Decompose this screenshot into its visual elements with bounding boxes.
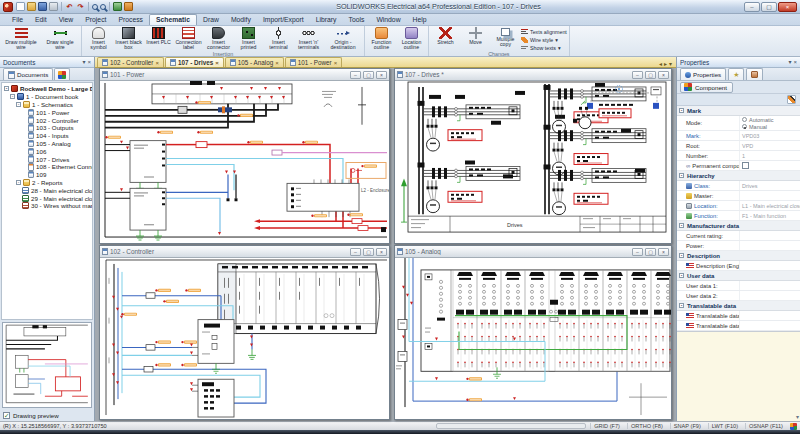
radio-automatic[interactable]: Automatic <box>742 117 773 123</box>
redo-icon[interactable]: ↷ <box>76 2 85 11</box>
location-outline-button[interactable]: Location outline <box>397 27 426 51</box>
close-tab-icon[interactable]: × <box>155 60 159 66</box>
function-value[interactable]: F1 - Main function <box>739 211 800 220</box>
minimize-button[interactable]: – <box>744 2 760 12</box>
section-description[interactable]: -Description <box>677 251 800 261</box>
insert-symbol-button[interactable]: Insert symbol <box>84 27 113 51</box>
wire-style-button[interactable]: Wire style▾ <box>521 36 567 43</box>
section-mark[interactable]: -Mark <box>677 106 800 116</box>
tree-item-106[interactable]: 106 <box>4 147 92 155</box>
child-minimize-button[interactable]: – <box>632 248 643 256</box>
edit-pencil-icon[interactable] <box>787 95 796 104</box>
scroll-down-icon[interactable]: ▾ <box>796 413 799 420</box>
child-window-titlebar[interactable]: 102 - Controller – ▢ × <box>100 246 389 258</box>
osnap-toggle[interactable]: OSNAP (F11) <box>745 423 786 429</box>
doc-tab-101-power[interactable]: 101 - Power× <box>285 57 342 67</box>
new-icon[interactable] <box>16 2 25 11</box>
mark-value[interactable]: VPD03 <box>739 131 800 140</box>
schematic-canvas-105-analog[interactable] <box>395 258 671 419</box>
tab-documents[interactable]: Documents <box>3 68 53 80</box>
panel-pin-icon[interactable]: ▾ <box>82 59 85 65</box>
child-close-button[interactable]: × <box>658 71 669 79</box>
connection-label-button[interactable]: Connection label <box>174 27 203 51</box>
tree-item-102-controller[interactable]: 102 - Controller <box>4 116 92 124</box>
origin-destination-arrows-button[interactable]: Origin - destination arrows <box>324 27 362 51</box>
menu-process[interactable]: Process <box>112 15 149 25</box>
section-translatable[interactable]: -Translatable data <box>677 301 800 311</box>
menu-project[interactable]: Project <box>79 15 112 25</box>
move-button[interactable]: Move <box>461 27 490 51</box>
print-icon[interactable] <box>49 2 58 11</box>
options-icon[interactable] <box>124 2 133 11</box>
section-hierarchy[interactable]: -Hierarchy <box>677 171 800 181</box>
child-close-button[interactable]: × <box>658 248 669 256</box>
tree-item-104-inputs[interactable]: 104 - Inputs <box>4 132 92 140</box>
zoom-window-icon[interactable] <box>100 4 106 10</box>
location-value[interactable]: L1 - Main electrical closet <box>739 201 800 210</box>
child-minimize-button[interactable]: – <box>632 71 643 79</box>
child-close-button[interactable]: × <box>376 71 387 79</box>
menu-window[interactable]: Window <box>370 15 406 25</box>
power-value[interactable] <box>739 241 800 250</box>
close-tab-icon[interactable]: × <box>334 60 338 66</box>
tab-favorites[interactable]: ★ <box>728 68 744 80</box>
number-value[interactable]: 1 <box>739 151 800 160</box>
menu-import-export[interactable]: Import/Export <box>257 15 310 25</box>
draw-single-wire-button[interactable]: Draw single wire <box>41 27 79 51</box>
doc-tab-107-drives[interactable]: 107 - Drives× <box>165 57 224 67</box>
open-icon[interactable] <box>27 2 36 11</box>
tree-item-101-power[interactable]: 101 - Power <box>4 108 92 116</box>
multiple-copy-button[interactable]: Multiple copy <box>491 27 520 51</box>
translatable-1-value[interactable] <box>739 311 800 320</box>
scroll-tabs-left-icon[interactable]: ◂ <box>659 60 662 67</box>
tab-properties[interactable]: Properties <box>680 68 726 80</box>
component-button[interactable]: Component <box>680 82 733 93</box>
user-data-2-value[interactable] <box>739 291 800 300</box>
schematic-canvas-102-controller[interactable] <box>100 258 389 419</box>
child-maximize-button[interactable]: ▢ <box>363 71 374 79</box>
menu-help[interactable]: Help <box>407 15 433 25</box>
child-minimize-button[interactable]: – <box>350 71 361 79</box>
maximize-button[interactable]: ▢ <box>761 2 777 12</box>
tree-item-report-28[interactable]: 28 - Main electrical closet <box>4 186 92 194</box>
menu-view[interactable]: View <box>53 15 80 25</box>
drawing-preview-checkbox[interactable]: ✓ <box>3 412 10 419</box>
root-value[interactable]: VPD <box>739 141 800 150</box>
close-tab-icon[interactable]: × <box>215 60 219 66</box>
show-texts-button[interactable]: Show texts▾ <box>521 44 567 51</box>
zoom-in-icon[interactable] <box>92 4 98 10</box>
tree-item-107-drives[interactable]: 107 - Drives <box>4 155 92 163</box>
tree-item-report-30[interactable]: 30 - Wires without mark <box>4 202 92 210</box>
drawing-preview-thumbnail[interactable] <box>2 322 92 408</box>
panel-close-icon[interactable]: × <box>793 59 797 65</box>
menu-draw[interactable]: Draw <box>197 15 225 25</box>
texts-alignment-button[interactable]: Texts alignment <box>521 28 567 35</box>
child-close-button[interactable]: × <box>376 248 387 256</box>
section-user-data[interactable]: -User data <box>677 271 800 281</box>
child-maximize-button[interactable]: ▢ <box>363 248 374 256</box>
mode-value[interactable]: Automatic Manual <box>739 116 800 130</box>
master-value[interactable] <box>739 191 800 200</box>
scroll-tabs-right-icon[interactable]: ▸ <box>664 60 667 67</box>
child-window-titlebar[interactable]: 105 - Analog – ▢ × <box>395 246 671 258</box>
radio-manual[interactable]: Manual <box>742 124 767 130</box>
description-value[interactable] <box>739 261 800 270</box>
tree-item-document-book[interactable]: -1 - Document book <box>4 93 92 101</box>
schematic-canvas-101-power[interactable]: L2 - Enclosure <box>100 81 389 243</box>
schematic-canvas-107-drives[interactable]: Drives <box>395 81 671 243</box>
child-window-titlebar[interactable]: 107 - Drives * – ▢ × <box>395 69 671 81</box>
function-outline-button[interactable]: Function outline <box>367 27 396 51</box>
tree-item-project[interactable]: -Rockwell Demo - Large Discre <box>4 85 92 93</box>
refresh-icon[interactable] <box>113 2 122 11</box>
tree-item-108-ethernet[interactable]: 108 - Ethernet Connect <box>4 163 92 171</box>
snap-toggle[interactable]: SNAP (F9) <box>670 423 704 429</box>
insert-connector-button[interactable]: Insert connector <box>204 27 233 51</box>
tree-item-103-outputs[interactable]: 103 - Outputs <box>4 124 92 132</box>
stretch-button[interactable]: Stretch <box>431 27 460 51</box>
menu-library[interactable]: Library <box>310 15 343 25</box>
insert-plc-button[interactable]: Insert PLC <box>144 27 173 51</box>
tree-item-schematics-folder[interactable]: -1 - Schematics <box>4 101 92 109</box>
tab-list-icon[interactable]: ▾ <box>669 60 672 67</box>
insert-n-terminals-button[interactable]: Insert 'n' terminals <box>294 27 323 51</box>
current-rating-value[interactable] <box>739 231 800 240</box>
